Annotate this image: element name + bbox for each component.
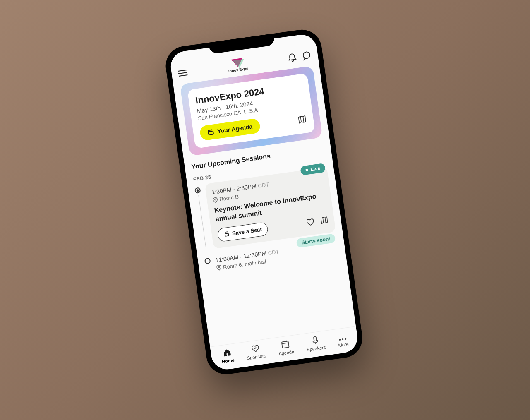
nav-speakers[interactable]: Speakers	[305, 334, 326, 352]
session-timezone: CDT	[257, 181, 269, 189]
your-agenda-button[interactable]: Your Agenda	[199, 118, 261, 141]
svg-point-3	[302, 51, 310, 59]
svg-line-16	[282, 343, 288, 343]
nav-agenda[interactable]: Agenda	[277, 338, 295, 356]
nav-more[interactable]: More	[337, 337, 349, 348]
svg-line-0	[178, 70, 187, 71]
phone-frame: Innov Expo InnovExpo 2024 May	[163, 27, 365, 377]
bell-icon[interactable]	[287, 53, 297, 63]
save-seat-label: Save a Seat	[231, 226, 262, 236]
main-content: InnovExpo 2024 May 13th - 16th, 2024 San…	[173, 65, 355, 346]
pin-icon	[216, 264, 222, 271]
nav-label: Agenda	[278, 349, 294, 356]
timeline	[204, 255, 212, 276]
seat-icon	[223, 230, 230, 237]
svg-line-12	[323, 217, 324, 223]
more-icon	[338, 337, 347, 341]
nav-sponsors[interactable]: Sponsors	[245, 343, 266, 360]
timeline-dot-icon	[204, 257, 211, 264]
save-seat-button[interactable]: Save a Seat	[217, 221, 269, 242]
svg-line-13	[325, 218, 326, 223]
svg-line-5	[208, 131, 213, 132]
heart-icon[interactable]	[305, 217, 315, 227]
home-icon	[222, 347, 232, 358]
agenda-button-label: Your Agenda	[217, 123, 253, 134]
header-actions	[287, 50, 312, 63]
svg-rect-19	[313, 336, 316, 341]
svg-line-1	[178, 72, 187, 73]
pin-icon	[212, 197, 218, 203]
svg-point-14	[218, 266, 219, 267]
calendar-icon	[207, 128, 214, 136]
speakers-icon	[310, 335, 320, 345]
nav-home[interactable]: Home	[220, 347, 234, 364]
app-logo[interactable]: Innov Expo	[227, 57, 248, 73]
menu-button[interactable]	[177, 69, 187, 77]
session-timezone: CDT	[267, 248, 279, 256]
hamburger-icon	[177, 69, 187, 77]
map-icon[interactable]	[297, 114, 307, 125]
session-room-label: Room B	[219, 193, 239, 202]
live-dot-icon	[305, 168, 308, 171]
svg-line-2	[178, 74, 187, 76]
app-screen: Innov Expo InnovExpo 2024 May	[168, 33, 359, 371]
svg-point-22	[342, 338, 344, 340]
logo-mark-icon	[231, 58, 244, 68]
agenda-icon	[280, 339, 290, 350]
nav-label: Home	[221, 357, 235, 364]
svg-rect-4	[208, 130, 213, 135]
timeline-line	[198, 195, 206, 250]
nav-label: More	[338, 341, 348, 348]
svg-point-23	[345, 338, 347, 340]
nav-label: Sponsors	[247, 353, 266, 360]
nav-label: Speakers	[306, 344, 326, 352]
live-badge-label: Live	[310, 165, 321, 172]
svg-line-9	[303, 117, 304, 122]
sponsors-icon	[250, 343, 260, 354]
chat-icon[interactable]	[301, 50, 312, 61]
svg-line-8	[300, 116, 301, 122]
svg-rect-15	[281, 341, 289, 348]
svg-point-21	[339, 338, 341, 341]
timeline-dot-icon	[194, 187, 201, 194]
map-icon[interactable]	[319, 216, 329, 225]
svg-point-10	[214, 198, 216, 199]
